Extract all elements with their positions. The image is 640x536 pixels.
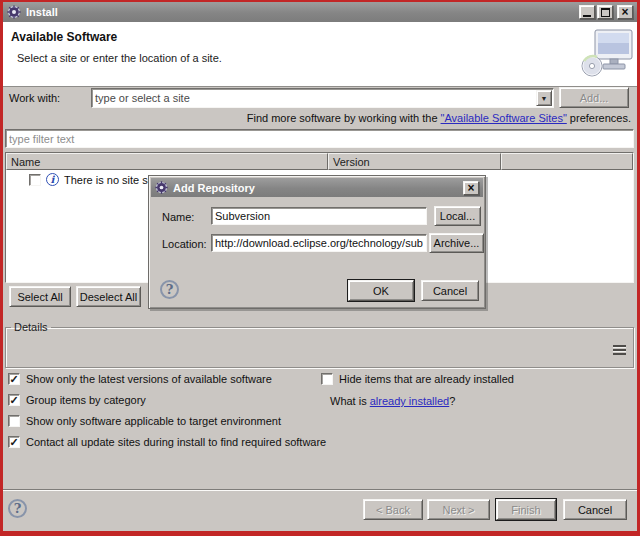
- window-titlebar[interactable]: Install ×: [3, 2, 637, 22]
- dialog-close-button[interactable]: ×: [463, 181, 479, 195]
- filter-field[interactable]: [5, 129, 634, 148]
- site-row-checkbox[interactable]: [29, 174, 41, 186]
- details-legend: Details: [11, 321, 51, 333]
- checkbox-unchecked-icon[interactable]: [8, 415, 20, 427]
- option-hide-installed[interactable]: Hide items that are already installed: [321, 373, 514, 385]
- archive-button[interactable]: Archive...: [429, 233, 484, 253]
- page-subtitle: Select a site or enter the location of a…: [17, 52, 222, 64]
- cancel-button[interactable]: Cancel: [563, 499, 627, 520]
- add-repository-titlebar[interactable]: Add Repository ×: [151, 178, 483, 197]
- what-is-suffix: ?: [449, 395, 455, 407]
- combo-dropdown-button[interactable]: ▼: [536, 90, 552, 106]
- option-latest-versions[interactable]: ✓ Show only the latest versions of avail…: [8, 373, 272, 385]
- option-group-by-category[interactable]: ✓ Group items by category: [8, 394, 146, 406]
- column-header-name[interactable]: Name: [6, 153, 328, 170]
- available-software-sites-link[interactable]: "Available Software Sites": [441, 112, 567, 124]
- details-group: Details: [5, 321, 634, 368]
- find-more-suffix: preferences.: [567, 112, 631, 124]
- add-repository-dialog: Add Repository × Name: Local... Location…: [148, 175, 486, 309]
- option-label: Group items by category: [26, 394, 146, 406]
- install-software-icon: [581, 26, 635, 86]
- checkbox-checked-icon[interactable]: ✓: [8, 436, 20, 448]
- option-applicable-software[interactable]: Show only software applicable to target …: [8, 415, 281, 427]
- checkbox-checked-icon[interactable]: ✓: [8, 373, 20, 385]
- repo-location-label: Location:: [162, 238, 207, 250]
- repo-location-field[interactable]: [211, 234, 427, 252]
- what-is-prefix: What is: [330, 395, 370, 407]
- install-wizard-window: Install × Available Software Select a si…: [0, 0, 640, 536]
- repo-name-field[interactable]: [211, 207, 427, 225]
- dialog-cancel-button[interactable]: Cancel: [421, 280, 479, 301]
- info-icon: i: [46, 173, 59, 186]
- option-label: Contact all update sites during install …: [26, 436, 326, 448]
- option-contact-update-sites[interactable]: ✓ Contact all update sites during instal…: [8, 436, 326, 448]
- checkbox-unchecked-icon[interactable]: [321, 373, 333, 385]
- help-icon[interactable]: ?: [8, 499, 27, 518]
- maximize-icon: [601, 8, 610, 17]
- wizard-header: Available Software Select a site or ente…: [3, 22, 637, 87]
- finish-button[interactable]: Finish: [496, 499, 556, 520]
- repo-name-label: Name:: [162, 211, 194, 223]
- add-button[interactable]: Add...: [559, 87, 629, 108]
- dialog-help-icon[interactable]: ?: [160, 280, 179, 299]
- deselect-all-button[interactable]: Deselect All: [76, 286, 141, 307]
- table-header: Name Version: [6, 153, 633, 170]
- back-button[interactable]: < Back: [363, 499, 423, 520]
- column-header-version[interactable]: Version: [328, 153, 501, 170]
- filter-input[interactable]: [6, 130, 633, 147]
- chevron-down-icon: ▼: [541, 95, 548, 102]
- repo-location-input[interactable]: [212, 235, 426, 251]
- work-with-input[interactable]: [92, 89, 535, 107]
- maximize-button[interactable]: [597, 5, 613, 19]
- repo-name-input[interactable]: [212, 208, 426, 224]
- minimize-icon: [583, 15, 591, 17]
- find-more-prefix: Find more software by working with the: [247, 112, 441, 124]
- next-button[interactable]: Next >: [427, 499, 490, 520]
- local-button[interactable]: Local...: [434, 206, 481, 226]
- eclipse-icon: [7, 5, 21, 19]
- close-icon: ×: [467, 182, 474, 194]
- already-installed-link[interactable]: already installed: [370, 395, 450, 407]
- option-label: Show only software applicable to target …: [26, 415, 281, 427]
- eclipse-icon: [155, 181, 168, 194]
- footer-separator-highlight: [3, 490, 637, 491]
- add-repository-title: Add Repository: [173, 182, 255, 194]
- window-title: Install: [26, 6, 58, 18]
- page-title: Available Software: [11, 30, 117, 44]
- maximize-details-icon[interactable]: [613, 343, 626, 356]
- close-button[interactable]: ×: [617, 5, 633, 19]
- option-label: Show only the latest versions of availab…: [26, 373, 272, 385]
- what-is-installed-line: What is already installed?: [330, 395, 455, 407]
- find-more-line: Find more software by working with the "…: [3, 112, 631, 124]
- checkbox-checked-icon[interactable]: ✓: [8, 394, 20, 406]
- ok-button[interactable]: OK: [348, 280, 414, 301]
- minimize-button[interactable]: [579, 5, 595, 19]
- option-label: Hide items that are already installed: [339, 373, 514, 385]
- close-icon: ×: [621, 6, 628, 18]
- work-with-combo[interactable]: ▼: [91, 88, 554, 108]
- work-with-label: Work with:: [9, 92, 60, 104]
- column-header-spacer: [501, 153, 633, 170]
- select-all-button[interactable]: Select All: [9, 286, 71, 307]
